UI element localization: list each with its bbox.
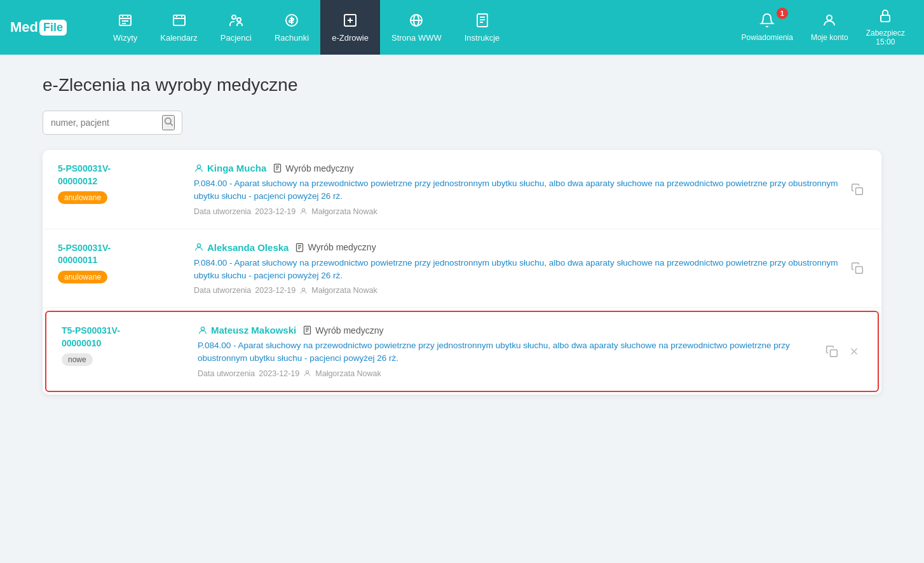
record-body: Mateusz Makowski Wyrób medyczny P.084.00… xyxy=(198,325,813,378)
ezdrowie-label: e-Zdrowie xyxy=(332,33,369,43)
logo[interactable]: Med File xyxy=(10,19,86,36)
nav-item-instrukcje[interactable]: Instrukcje xyxy=(453,0,512,55)
record-id-section: 5-PS00031V-00000012 anulowane xyxy=(58,163,179,204)
nav-right: 1 Powiadomienia Moje konto Zabezpiecz15:… xyxy=(733,0,914,55)
logo-file: File xyxy=(39,20,67,36)
navbar: Med File Wizyty Kalendarz Pacjenci Rac xyxy=(0,0,924,55)
record-actions xyxy=(848,180,866,198)
pacjenci-icon xyxy=(228,13,243,31)
main-content: e-Zlecenia na wyroby medyczne 5-PS00031V… xyxy=(17,55,907,415)
powiadomienia-label: Powiadomienia xyxy=(742,33,793,42)
close-button[interactable] xyxy=(846,343,862,360)
record-body: Aleksanda Oleska Wyrób medyczny P.084.00… xyxy=(194,242,838,295)
nav-powiadomienia[interactable]: 1 Powiadomienia xyxy=(733,0,802,55)
pacjenci-label: Pacjenci xyxy=(221,33,252,43)
nav-item-strona-www[interactable]: Strona WWW xyxy=(380,0,453,55)
svg-line-27 xyxy=(170,123,173,126)
svg-rect-41 xyxy=(856,267,863,274)
records-container: 5-PS00031V-00000012 anulowane Kinga Much… xyxy=(43,150,881,395)
nav-items: Wizyty Kalendarz Pacjenci Rachunki e-Zdr… xyxy=(102,0,733,55)
record-id-section: T5-PS00031V-00000010 nowe xyxy=(62,325,182,366)
status-badge: anulowane xyxy=(58,271,107,283)
record-meta: Data utworzenia 2023-12-19 Małgorzata No… xyxy=(194,207,838,216)
record-patient[interactable]: Kinga Mucha xyxy=(194,163,266,173)
date-label: Data utworzenia xyxy=(198,369,255,378)
page-title: e-Zlecenia na wyroby medyczne xyxy=(43,75,881,95)
record-type: Wyrób medyczny xyxy=(295,242,376,252)
record-patient[interactable]: Aleksanda Oleska xyxy=(194,242,289,253)
table-row: 5-PS00031V-00000011 anulowane Aleksanda … xyxy=(43,229,881,309)
record-description: P.084.00 - Aparat słuchowy na przewodnic… xyxy=(194,257,838,283)
nav-zabezpiecz[interactable]: Zabezpiecz15:00 xyxy=(857,0,914,55)
svg-rect-48 xyxy=(831,349,838,356)
record-author: Małgorzata Nowak xyxy=(311,286,377,295)
record-id-section: 5-PS00031V-00000011 anulowane xyxy=(58,242,179,283)
ezdrowie-icon xyxy=(343,13,358,31)
record-header: Mateusz Makowski Wyrób medyczny xyxy=(198,325,813,336)
svg-point-10 xyxy=(232,15,236,19)
svg-point-35 xyxy=(197,244,200,247)
record-meta: Data utworzenia 2023-12-19 Małgorzata No… xyxy=(198,369,813,378)
date-label: Data utworzenia xyxy=(194,207,251,216)
record-date: 2023-12-19 xyxy=(255,207,296,216)
record-id: 5-PS00031V-00000012 xyxy=(58,163,179,187)
record-author: Małgorzata Nowak xyxy=(315,369,381,378)
record-author: Małgorzata Nowak xyxy=(311,207,377,216)
bell-icon xyxy=(759,13,775,31)
svg-rect-34 xyxy=(856,187,863,194)
account-icon xyxy=(822,13,837,31)
rachunki-icon xyxy=(284,13,299,31)
record-patient[interactable]: Mateusz Makowski xyxy=(198,325,296,336)
table-row: T5-PS00031V-00000010 nowe Mateusz Makows… xyxy=(45,311,879,392)
svg-rect-25 xyxy=(881,15,890,22)
strona-icon xyxy=(409,13,424,31)
nav-item-wizyty[interactable]: Wizyty xyxy=(102,0,149,55)
search-button[interactable] xyxy=(162,115,175,130)
svg-point-28 xyxy=(197,165,200,168)
record-body: Kinga Mucha Wyrób medyczny P.084.00 - Ap… xyxy=(194,163,838,216)
moje-konto-label: Moje konto xyxy=(811,33,848,42)
nav-item-rachunki[interactable]: Rachunki xyxy=(263,0,320,55)
rachunki-label: Rachunki xyxy=(275,33,309,43)
record-meta: Data utworzenia 2023-12-19 Małgorzata No… xyxy=(194,286,838,295)
lock-icon xyxy=(878,8,893,26)
record-date: 2023-12-19 xyxy=(255,286,296,295)
svg-point-47 xyxy=(306,370,309,373)
record-header: Aleksanda Oleska Wyrób medyczny xyxy=(194,242,838,253)
nav-moje-konto[interactable]: Moje konto xyxy=(802,0,857,55)
nav-item-kalendarz[interactable]: Kalendarz xyxy=(149,0,209,55)
wizyty-icon xyxy=(118,13,133,31)
svg-point-40 xyxy=(302,288,305,290)
instrukcje-icon xyxy=(475,13,490,31)
kalendarz-icon xyxy=(172,13,187,31)
search-bar xyxy=(43,111,182,135)
record-type: Wyrób medyczny xyxy=(273,163,353,173)
record-type: Wyrób medyczny xyxy=(302,325,383,336)
search-input[interactable] xyxy=(51,118,162,128)
svg-rect-6 xyxy=(173,15,185,25)
record-description: P.084.00 - Aparat słuchowy na przewodnic… xyxy=(194,177,838,203)
notification-badge: 1 xyxy=(777,8,788,19)
kalendarz-label: Kalendarz xyxy=(160,33,198,43)
copy-button[interactable] xyxy=(848,180,866,198)
record-id: T5-PS00031V-00000010 xyxy=(62,325,182,349)
svg-point-26 xyxy=(165,118,171,124)
status-badge: nowe xyxy=(62,353,93,366)
strona-label: Strona WWW xyxy=(391,33,442,43)
nav-item-ezdrowie[interactable]: e-Zdrowie xyxy=(320,0,380,55)
date-label: Data utworzenia xyxy=(194,286,251,295)
copy-button[interactable] xyxy=(848,259,866,277)
copy-button[interactable] xyxy=(823,343,841,360)
status-badge: anulowane xyxy=(58,191,107,204)
record-header: Kinga Mucha Wyrób medyczny xyxy=(194,163,838,173)
svg-point-42 xyxy=(201,327,204,330)
record-actions xyxy=(823,343,862,360)
wizyty-label: Wizyty xyxy=(113,33,137,43)
table-row: 5-PS00031V-00000012 anulowane Kinga Much… xyxy=(43,150,881,229)
svg-point-33 xyxy=(302,208,305,211)
record-id: 5-PS00031V-00000011 xyxy=(58,242,179,267)
instrukcje-label: Instrukcje xyxy=(465,33,500,43)
record-description: P.084.00 - Aparat słuchowy na przewodnic… xyxy=(198,339,813,365)
record-date: 2023-12-19 xyxy=(259,369,299,378)
nav-item-pacjenci[interactable]: Pacjenci xyxy=(209,0,263,55)
